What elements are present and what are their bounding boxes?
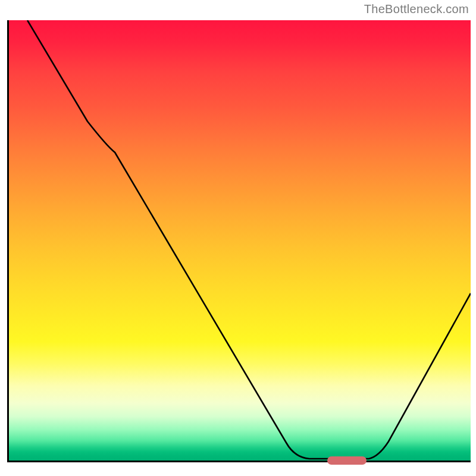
- plot-area: [7, 20, 471, 462]
- optimal-marker: [327, 456, 367, 465]
- attribution-label: TheBottleneck.com: [364, 2, 469, 16]
- gradient-background: [9, 20, 471, 461]
- chart-container: TheBottleneck.com: [0, 0, 476, 476]
